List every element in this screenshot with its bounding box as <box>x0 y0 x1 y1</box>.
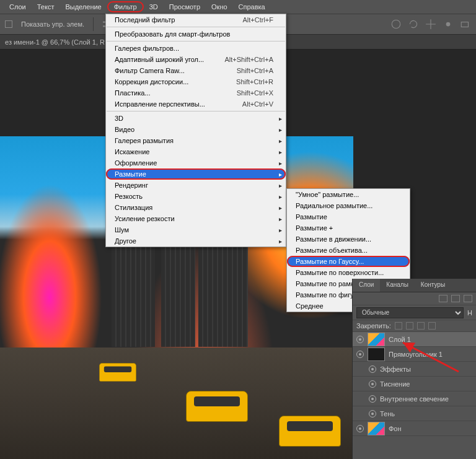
3d-mode-icon[interactable] <box>390 19 402 30</box>
lock-position-icon[interactable] <box>406 322 413 330</box>
fx-row[interactable]: Тиснение <box>353 377 476 391</box>
blend-row: Обычные Н <box>353 305 476 320</box>
fx-header: Эффекты <box>380 365 411 373</box>
lock-row: Закрепить: <box>353 320 476 332</box>
lock-artboard-icon[interactable] <box>417 322 425 330</box>
menuitem-noise[interactable]: Шум <box>106 224 286 235</box>
blend-mode-select[interactable]: Обычные <box>356 307 464 318</box>
layer-name: Прямоугольник 1 <box>389 351 443 358</box>
svg-rect-4 <box>461 22 468 27</box>
submenuitem-blur-more[interactable]: Размытие + <box>287 222 410 234</box>
visibility-icon[interactable] <box>356 351 364 358</box>
menuitem-camera-raw[interactable]: Фильтр Camera Raw...Shift+Ctrl+A <box>106 65 286 76</box>
menuitem-lens-correction[interactable]: Коррекция дисторсии...Shift+Ctrl+R <box>106 76 286 87</box>
layer-thumb <box>368 422 385 435</box>
fx-name: Тень <box>380 410 395 417</box>
lock-all-icon[interactable] <box>428 322 436 330</box>
divider <box>93 17 94 31</box>
menuitem-video[interactable]: Видео <box>106 124 286 135</box>
rotate-icon[interactable] <box>408 19 419 30</box>
menu-3d[interactable]: 3D <box>144 1 164 12</box>
svg-point-3 <box>446 22 451 27</box>
panel-filter-icons <box>353 292 476 305</box>
menuitem-adaptive-wide[interactable]: Адаптивный широкий угол...Alt+Shift+Ctrl… <box>106 54 286 65</box>
document-title: ез имени-1 @ 66,7% (Слой 1, R <box>5 38 105 46</box>
menuitem-other[interactable]: Другое <box>106 235 286 247</box>
visibility-icon[interactable] <box>369 380 376 388</box>
svg-point-2 <box>392 20 400 28</box>
lock-label: Закрепить: <box>356 322 391 330</box>
fx-header-row[interactable]: Эффекты <box>353 362 476 377</box>
opacity-label: Н <box>467 309 472 317</box>
menuitem-sharpen-group[interactable]: Резкость <box>106 191 286 202</box>
menuitem-pixelate[interactable]: Оформление <box>106 157 286 168</box>
layer-thumb <box>368 333 385 346</box>
submenuitem-smart-blur[interactable]: "Умное" размытие... <box>287 189 410 200</box>
tab-channels[interactable]: Каналы <box>380 279 415 292</box>
menu-text[interactable]: Текст <box>32 1 60 12</box>
menuitem-render[interactable]: Рендеринг <box>106 180 286 191</box>
menu-view[interactable]: Просмотр <box>164 1 206 12</box>
menuitem-liquify[interactable]: Пластика...Shift+Ctrl+X <box>106 87 286 98</box>
filter-menu: Последний фильтр Alt+Ctrl+F Преобразоват… <box>105 14 286 247</box>
layers-panel: Слои Каналы Контуры Обычные Н Закрепить:… <box>352 279 476 459</box>
layer-row[interactable]: Прямоугольник 1 <box>353 347 476 362</box>
menu-select[interactable]: Выделение <box>60 1 107 12</box>
fx-name: Внутреннее свечение <box>380 395 449 403</box>
menubar: Слои Текст Выделение Фильтр 3D Просмотр … <box>0 0 476 14</box>
menuitem-sharpen[interactable]: Усиление резкости <box>106 213 286 224</box>
menuitem-vanishing-point[interactable]: Исправление перспективы...Alt+Ctrl+V <box>106 98 286 110</box>
layer-row[interactable]: Фон <box>353 421 476 436</box>
menu-filter[interactable]: Фильтр <box>107 1 144 12</box>
fx-row[interactable]: Тень <box>353 406 476 421</box>
show-controls-label: Показать упр. элем. <box>21 20 84 28</box>
filter-adjust-icon[interactable] <box>464 295 472 302</box>
menuitem-convert-smart[interactable]: Преобразовать для смарт-фильтров <box>106 28 286 40</box>
submenuitem-motion-blur[interactable]: Размытие в движении... <box>287 234 410 245</box>
menuitem-blur[interactable]: Размытие <box>106 168 286 180</box>
layer-name: Фон <box>389 425 402 432</box>
filter-pixel-icon[interactable] <box>451 295 460 302</box>
menu-help[interactable]: Справка <box>233 1 271 12</box>
panel-tabs: Слои Каналы Контуры <box>353 279 476 292</box>
tab-layers[interactable]: Слои <box>353 279 380 292</box>
menu-layers[interactable]: Слои <box>4 1 32 12</box>
visibility-icon[interactable] <box>356 336 364 343</box>
filter-kind-icon[interactable] <box>439 295 447 302</box>
visibility-icon[interactable] <box>369 410 376 417</box>
submenuitem-gaussian-blur[interactable]: Размытие по Гауссу... <box>287 256 410 267</box>
fx-row[interactable]: Внутреннее свечение <box>353 391 476 406</box>
submenuitem-blur[interactable]: Размытие <box>287 211 410 222</box>
show-controls-checkbox[interactable] <box>5 20 12 28</box>
visibility-icon[interactable] <box>356 425 364 432</box>
menuitem-filter-gallery[interactable]: Галерея фильтров... <box>106 43 286 54</box>
menuitem-distort[interactable]: Искажение <box>106 146 286 157</box>
fx-name: Тиснение <box>380 380 410 388</box>
layer-name: Слой 1 <box>389 336 411 343</box>
tab-paths[interactable]: Контуры <box>415 279 451 292</box>
menu-window[interactable]: Окно <box>206 1 233 12</box>
layer-row[interactable]: Слой 1 <box>353 332 476 347</box>
menuitem-blur-gallery[interactable]: Галерея размытия <box>106 135 286 146</box>
menuitem-last-filter[interactable]: Последний фильтр Alt+Ctrl+F <box>106 14 286 25</box>
submenuitem-radial-blur[interactable]: Радиальное размытие... <box>287 200 410 211</box>
visibility-icon[interactable] <box>369 365 376 373</box>
menuitem-stylize[interactable]: Стилизация <box>106 202 286 213</box>
light-icon[interactable] <box>443 19 454 30</box>
lock-pixels-icon[interactable] <box>395 322 402 330</box>
camera-icon[interactable] <box>460 19 471 30</box>
layer-thumb <box>368 348 385 361</box>
visibility-icon[interactable] <box>369 395 376 403</box>
submenuitem-surface-blur[interactable]: Размытие по поверхности... <box>287 267 410 278</box>
submenuitem-lens-blur[interactable]: Размытие объектива... <box>287 245 410 256</box>
menuitem-3d[interactable]: 3D <box>106 113 286 124</box>
pan-icon[interactable] <box>425 19 436 30</box>
